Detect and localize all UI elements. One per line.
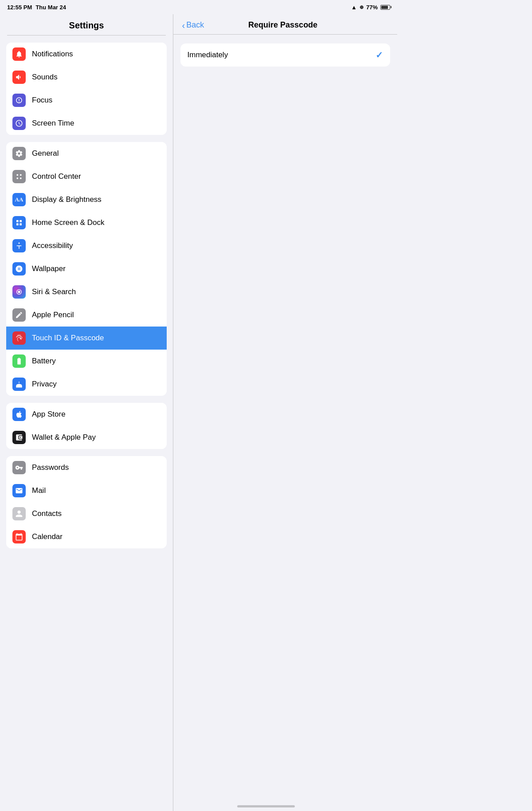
siri-icon [12,285,26,299]
sidebar-item-siri[interactable]: Siri & Search [6,280,167,303]
contacts-label: Contacts [32,509,62,518]
back-chevron-icon: ‹ [182,21,185,30]
general-label: General [32,149,59,158]
settings-group-3: App Store Wallet & Apple Pay [6,403,167,449]
sidebar-item-focus[interactable]: Focus [6,89,167,112]
passwords-label: Passwords [32,463,69,472]
sidebar-item-touchid[interactable]: Touch ID & Passcode [6,327,167,350]
sidebar-item-calendar[interactable]: Calendar [6,525,167,548]
calendar-label: Calendar [32,532,63,541]
option-group: Immediately ✓ [180,43,391,67]
home-indicator [237,805,295,807]
status-bar-right: ▲ ⊕ 77% [351,4,390,11]
svg-point-8 [19,243,20,244]
svg-point-3 [20,177,22,179]
svg-rect-4 [16,220,19,222]
status-bar: 12:55 PM Thu Mar 24 ▲ ⊕ 77% [0,0,397,14]
wallpaper-icon [12,262,26,276]
sidebar-item-applepencil[interactable]: Apple Pencil [6,303,167,327]
right-panel: ‹ Back Require Passcode Immediately ✓ [173,14,398,811]
sidebar-item-homescreen[interactable]: Home Screen & Dock [6,211,167,234]
settings-group-4: Passwords Mail Contacts Calendar [6,456,167,548]
svg-point-0 [16,174,18,176]
focus-icon [12,94,26,107]
sidebar-item-accessibility[interactable]: Accessibility [6,234,167,257]
sounds-label: Sounds [32,73,58,82]
screentime-label: Screen Time [32,119,74,128]
accessibility-icon [12,239,26,252]
appstore-label: App Store [32,410,66,419]
homescreen-icon [12,216,26,229]
battery-label: Battery [32,357,56,366]
status-time: 12:55 PM [7,4,32,11]
applepencil-label: Apple Pencil [32,311,74,319]
sidebar: Settings Notifications Sounds Focus [0,14,173,811]
battery-sidebar-icon [12,354,26,368]
back-button[interactable]: ‹ Back [182,20,204,30]
sidebar-item-display[interactable]: AA Display & Brightness [6,188,167,211]
panel-content: Immediately ✓ [173,35,398,67]
status-bar-left: 12:55 PM Thu Mar 24 [7,4,66,11]
sidebar-item-contacts[interactable]: Contacts [6,502,167,525]
privacy-label: Privacy [32,380,57,389]
svg-rect-5 [20,220,22,222]
sidebar-item-passwords[interactable]: Passwords [6,456,167,479]
main-layout: Settings Notifications Sounds Focus [0,14,397,811]
svg-rect-7 [20,223,22,225]
svg-rect-6 [16,223,19,225]
status-date: Thu Mar 24 [35,4,66,11]
calendar-icon [12,530,26,543]
sidebar-item-appstore[interactable]: App Store [6,403,167,426]
option-immediately[interactable]: Immediately ✓ [180,43,391,67]
location-icon: ⊕ [360,4,364,10]
sidebar-item-notifications[interactable]: Notifications [6,43,167,66]
wallet-label: Wallet & Apple Pay [32,433,96,442]
sidebar-item-battery[interactable]: Battery [6,350,167,373]
screentime-icon [12,117,26,130]
notifications-icon [12,47,26,61]
homescreen-label: Home Screen & Dock [32,218,104,227]
wallpaper-label: Wallpaper [32,264,66,273]
sidebar-item-mail[interactable]: Mail [6,479,167,502]
display-label: Display & Brightness [32,195,102,204]
wifi-icon: ▲ [351,4,357,11]
sidebar-top-divider [7,35,166,35]
checkmark-icon: ✓ [376,50,383,60]
sidebar-item-privacy[interactable]: Privacy [6,373,167,396]
battery-icon [380,5,390,10]
svg-point-2 [16,177,18,179]
battery-percentage: 77% [366,4,378,11]
sounds-icon [12,71,26,84]
sidebar-item-general[interactable]: General [6,142,167,165]
applepencil-icon [12,308,26,322]
display-icon: AA [12,193,26,206]
touchid-icon [12,331,26,345]
sidebar-item-wallet[interactable]: Wallet & Apple Pay [6,426,167,449]
appstore-icon [12,408,26,421]
sidebar-item-sounds[interactable]: Sounds [6,66,167,89]
sidebar-item-controlcenter[interactable]: Control Center [6,165,167,188]
right-panel-header: ‹ Back Require Passcode [173,14,398,34]
touchid-label: Touch ID & Passcode [32,334,104,343]
accessibility-label: Accessibility [32,241,73,250]
settings-group-1: Notifications Sounds Focus Screen Time [6,43,167,135]
sidebar-title: Settings [0,14,173,35]
siri-label: Siri & Search [32,287,76,296]
back-label: Back [186,20,204,30]
panel-title: Require Passcode [204,20,362,30]
passwords-icon [12,461,26,474]
settings-group-2: General Control Center AA Display & Brig… [6,142,167,396]
controlcenter-label: Control Center [32,172,81,181]
svg-point-10 [18,291,20,293]
focus-label: Focus [32,96,52,105]
sidebar-item-screentime[interactable]: Screen Time [6,112,167,135]
notifications-label: Notifications [32,50,73,59]
svg-point-1 [20,174,22,176]
general-icon [12,147,26,160]
option-immediately-label: Immediately [188,51,228,59]
mail-label: Mail [32,486,46,495]
sidebar-item-wallpaper[interactable]: Wallpaper [6,257,167,280]
privacy-icon [12,378,26,391]
contacts-icon [12,507,26,520]
wallet-icon [12,431,26,444]
